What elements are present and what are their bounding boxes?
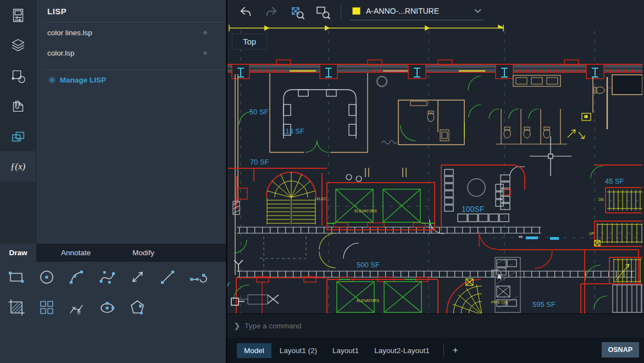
line-icon xyxy=(158,267,177,287)
layer-dropdown[interactable]: A-ANNO-...RNITURE xyxy=(350,4,484,20)
floor-plan-drawing[interactable]: 50 SF 118 SF 70 SF 100SF 45 SF 500 SF 59… xyxy=(227,0,642,314)
draw-tool-polyline[interactable] xyxy=(188,267,208,287)
redo-button[interactable] xyxy=(262,4,281,20)
construction-line-icon xyxy=(127,267,147,287)
room-label: PIPE CH. xyxy=(491,300,508,304)
status-dot xyxy=(203,31,207,35)
insert-block-icon xyxy=(37,298,57,317)
layer-name: A-ANNO-...RNITURE xyxy=(366,7,469,15)
sidebar-item-trace[interactable] xyxy=(0,121,36,151)
lisp-panel: LISP color lines.lsp color.lsp Manage xyxy=(36,0,226,244)
draw-tool-spline[interactable] xyxy=(97,267,117,287)
draw-tool-divide[interactable]: n xyxy=(67,298,87,317)
hatch-icon xyxy=(7,298,26,317)
add-layout-button[interactable]: + xyxy=(449,345,462,356)
lisp-file-row[interactable]: color.lsp xyxy=(36,43,226,63)
tab-draw[interactable]: Draw xyxy=(0,244,36,262)
autocad-web-app: ƒ(x) LISP color lines.lsp color.lsp xyxy=(0,0,644,363)
zoom-window-button[interactable] xyxy=(314,4,332,20)
gear-icon xyxy=(48,76,56,84)
draw-tool-ellipse[interactable] xyxy=(97,298,117,317)
paperclip-document-icon xyxy=(10,98,26,114)
axis-label: Y xyxy=(227,281,230,288)
layer-color-swatch xyxy=(352,7,360,15)
left-icon-rail: ƒ(x) xyxy=(0,0,36,244)
tab-modify[interactable]: Modify xyxy=(120,244,167,262)
circle-icon xyxy=(37,267,57,287)
undo-button[interactable] xyxy=(236,4,255,20)
sidebar-item-blocks[interactable] xyxy=(0,61,36,91)
rail-spacer xyxy=(0,182,36,244)
tab-layout1-2[interactable]: Layout1 (2) xyxy=(273,343,324,358)
tab-separator xyxy=(443,344,444,357)
svg-text:n: n xyxy=(77,310,80,316)
room-label: ELEC xyxy=(317,197,326,201)
fx-icon: ƒ(x) xyxy=(10,161,25,172)
draw-tool-arc[interactable] xyxy=(67,267,87,287)
draw-tool-polygon[interactable] xyxy=(127,298,147,317)
viewport[interactable]: 50 SF 118 SF 70 SF 100SF 45 SF 500 SF 59… xyxy=(227,0,644,314)
tab-model[interactable]: Model xyxy=(237,343,271,358)
layers-icon xyxy=(10,37,26,54)
redo-icon xyxy=(263,4,280,20)
room-label: ELEVATORS xyxy=(357,299,379,302)
draw-tool-insert-block[interactable] xyxy=(37,298,57,317)
manage-lisp-label: Manage LISP xyxy=(60,76,106,84)
sidebar: ƒ(x) LISP color lines.lsp color.lsp xyxy=(0,0,227,363)
lisp-file-name: color lines.lsp xyxy=(47,29,92,37)
room-label: UP xyxy=(589,232,594,235)
toolbar-separator xyxy=(341,4,341,20)
lisp-file-name: color.lsp xyxy=(47,49,75,57)
zoom-extents-icon xyxy=(288,4,306,20)
lisp-panel-title: LISP xyxy=(36,7,226,16)
trace-image-icon xyxy=(10,128,26,145)
draw-tool-line[interactable] xyxy=(158,267,177,287)
zoom-extents-button[interactable] xyxy=(288,4,307,20)
draw-tool-hatch[interactable] xyxy=(7,298,26,317)
draw-tool-rectangle[interactable] xyxy=(7,267,26,287)
sidebar-item-attachments[interactable] xyxy=(0,91,36,121)
area-label: 500 SF xyxy=(357,261,380,269)
sidebar-item-layers[interactable] xyxy=(0,30,36,61)
status-dot xyxy=(203,51,207,55)
viewcube-top-button[interactable]: Top xyxy=(232,34,267,50)
tab-layout2-layout1[interactable]: Layout2-Layout1 xyxy=(367,343,437,358)
area-label: 50 SF xyxy=(249,108,269,116)
tab-layout1[interactable]: Layout1 xyxy=(325,343,366,358)
blocks-icon xyxy=(10,68,26,84)
prompt-chevron-icon: ❯ xyxy=(234,322,240,330)
draw-tools-panel: n xyxy=(0,262,226,363)
canvas-toolbar: A-ANNO-...RNITURE xyxy=(227,0,644,24)
draw-tool-construction-line[interactable] xyxy=(127,267,147,287)
properties-icon xyxy=(10,7,26,24)
zoom-window-icon xyxy=(314,4,332,20)
osnap-toggle[interactable]: OSNAP xyxy=(602,342,639,358)
ribbon-tabbar: Draw Annotate Modify xyxy=(0,244,226,262)
command-input[interactable] xyxy=(245,322,519,330)
room-label: ELEVATORS xyxy=(354,209,377,213)
ellipse-icon xyxy=(97,298,117,317)
area-label: 100SF xyxy=(462,205,484,213)
command-bar: ❯ xyxy=(227,314,644,338)
area-label: 595 SF xyxy=(532,300,556,309)
sidebar-item-properties[interactable] xyxy=(0,0,36,30)
tab-annotate[interactable]: Annotate xyxy=(48,244,103,262)
polygon-icon xyxy=(127,298,147,317)
sidebar-item-functions-lisp[interactable]: ƒ(x) xyxy=(0,151,36,182)
undo-icon xyxy=(237,4,254,20)
drawing-area: 50 SF 118 SF 70 SF 100SF 45 SF 500 SF 59… xyxy=(227,0,644,363)
polyline-icon xyxy=(188,267,208,287)
spline-icon xyxy=(97,267,117,287)
arc-icon xyxy=(67,267,87,287)
chevron-down-icon xyxy=(474,9,481,13)
area-label: 70 SF xyxy=(250,158,269,166)
rectangle-icon xyxy=(7,267,26,287)
divide-icon: n xyxy=(67,298,87,317)
room-label: DN xyxy=(598,197,604,201)
layout-tabbar: Model Layout1 (2) Layout1 Layout2-Layout… xyxy=(227,338,644,363)
draw-tool-circle[interactable] xyxy=(37,267,57,287)
lisp-file-row[interactable]: color lines.lsp xyxy=(36,23,226,43)
area-label: 45 SF xyxy=(605,177,624,185)
manage-lisp-button[interactable]: Manage LISP xyxy=(36,70,226,90)
area-label: 118 SF xyxy=(282,127,304,135)
